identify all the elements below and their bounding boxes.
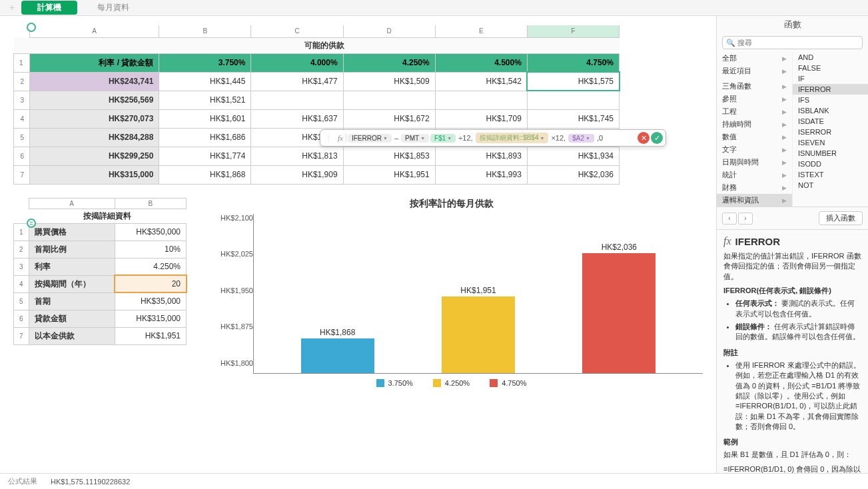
category-item[interactable]: 邏輯和資訊▶ <box>717 194 792 207</box>
function-search-input[interactable] <box>722 36 863 49</box>
category-item[interactable]: 日期與時間▶ <box>717 156 792 169</box>
col-header[interactable]: A <box>29 198 115 209</box>
help-back-button[interactable]: ‹ <box>722 213 737 225</box>
insert-function-button[interactable]: 插入函數 <box>819 211 863 225</box>
formula-token-fn[interactable]: IFERROR▼ <box>348 134 392 143</box>
category-item[interactable]: 統計▶ <box>717 169 792 181</box>
formula-cancel-button[interactable]: ✕ <box>638 132 650 144</box>
row-header[interactable]: 7 <box>14 165 30 184</box>
row-header[interactable]: 1 <box>14 223 29 241</box>
formula-token-ref[interactable]: 按揭詳細資料::$B$4▼ <box>476 133 549 143</box>
header-cell[interactable]: 4.750% <box>527 53 619 72</box>
col-header[interactable]: C <box>251 25 343 37</box>
cell[interactable]: 按揭期間（年） <box>29 275 115 292</box>
cell[interactable]: HK$1,993 <box>435 165 527 184</box>
row-header[interactable]: 1 <box>14 53 30 72</box>
col-header[interactable]: F <box>527 25 619 37</box>
header-cell[interactable]: 4.000% <box>251 53 343 72</box>
row-header[interactable]: 4 <box>14 109 30 128</box>
cell[interactable]: HK$243,741 <box>30 72 159 91</box>
col-header[interactable]: A <box>30 25 159 37</box>
function-list[interactable]: ANDFALSEIFIFERRORIFSISBLANKISDATEISERROR… <box>793 52 868 207</box>
row-header[interactable]: 6 <box>14 310 29 327</box>
cell[interactable]: HK$1,601 <box>159 109 251 128</box>
function-item[interactable]: ISTEXT <box>793 169 868 180</box>
cell[interactable]: HK$35,000 <box>115 292 186 310</box>
cell[interactable]: HK$1,893 <box>435 147 527 165</box>
add-row-handle[interactable]: = <box>27 219 36 228</box>
cell[interactable]: HK$1,745 <box>527 109 619 128</box>
cell[interactable]: 貸款金額 <box>29 310 115 327</box>
row-header[interactable]: 5 <box>14 292 29 310</box>
category-item[interactable]: 最近項目▶ <box>717 65 792 77</box>
col-header[interactable]: E <box>435 25 527 37</box>
cell[interactable]: 首期 <box>29 292 115 310</box>
function-item[interactable]: IFS <box>793 95 868 105</box>
cell[interactable]: HK$1,477 <box>251 72 343 91</box>
category-item[interactable]: 三角函數▶ <box>717 80 792 93</box>
cell[interactable]: HK$270,073 <box>30 109 159 128</box>
row-header[interactable]: 3 <box>14 258 29 275</box>
cell[interactable]: HK$299,250 <box>30 147 159 165</box>
cell[interactable]: HK$1,951 <box>115 327 186 344</box>
row-header[interactable]: 6 <box>14 147 30 165</box>
cell[interactable]: 10% <box>115 241 186 258</box>
col-header[interactable]: D <box>343 25 435 37</box>
cell[interactable]: HK$1,509 <box>343 72 435 91</box>
row-header[interactable]: 2 <box>14 72 30 91</box>
cell[interactable]: HK$315,000 <box>30 165 159 184</box>
col-header[interactable]: B <box>159 25 251 37</box>
cell[interactable]: HK$256,569 <box>30 91 159 109</box>
cell[interactable]: HK$1,868 <box>159 165 251 184</box>
add-sheet-button[interactable]: + <box>7 3 17 13</box>
cell[interactable] <box>251 91 343 109</box>
cell[interactable] <box>343 91 435 109</box>
header-cell[interactable]: 利率 / 貸款金額 <box>30 53 159 72</box>
cell[interactable]: HK$2,036 <box>527 165 619 184</box>
category-item[interactable]: 參照▶ <box>717 93 792 105</box>
category-item[interactable]: 持續時間▶ <box>717 118 792 131</box>
col-header[interactable]: B <box>115 198 186 209</box>
cell[interactable]: HK$284,288 <box>30 128 159 147</box>
tab-monthly-data[interactable]: 每月資料 <box>81 1 145 15</box>
cell[interactable]: HK$1,637 <box>251 109 343 128</box>
cell[interactable]: HK$1,445 <box>159 72 251 91</box>
active-cell[interactable]: HK$1,575 <box>527 72 619 91</box>
cell[interactable]: HK$1,934 <box>527 147 619 165</box>
row-header[interactable]: 3 <box>14 91 30 109</box>
row-header[interactable]: 2 <box>14 241 29 258</box>
cell[interactable]: 首期比例 <box>29 241 115 258</box>
cell[interactable] <box>527 91 619 109</box>
category-item[interactable]: 全部▶ <box>717 52 792 65</box>
referenced-cell[interactable]: 20 <box>115 275 186 292</box>
function-item[interactable]: ISDATE <box>793 116 868 127</box>
header-cell[interactable]: 4.250% <box>343 53 435 72</box>
cell[interactable]: HK$350,000 <box>115 223 186 241</box>
cell[interactable]: HK$1,853 <box>343 147 435 165</box>
cell[interactable]: 購買價格 <box>29 223 115 241</box>
function-item[interactable]: AND <box>793 52 868 63</box>
function-item[interactable]: IFERROR <box>793 84 868 95</box>
cell[interactable]: HK$1,774 <box>159 147 251 165</box>
function-item[interactable]: ISERROR <box>793 127 868 137</box>
help-forward-button[interactable]: › <box>738 213 753 225</box>
category-item[interactable]: 工程▶ <box>717 105 792 118</box>
cell[interactable]: HK$1,542 <box>435 72 527 91</box>
row-header[interactable]: 4 <box>14 275 29 292</box>
category-item[interactable]: 數值▶ <box>717 131 792 143</box>
cell[interactable]: 4.250% <box>115 258 186 275</box>
function-item[interactable]: NOT <box>793 180 868 191</box>
cell[interactable]: HK$1,686 <box>159 128 251 147</box>
cell[interactable]: HK$1,813 <box>251 147 343 165</box>
formula-token-fn[interactable]: PMT▼ <box>401 134 429 143</box>
tab-calculator[interactable]: 計算機 <box>21 1 77 15</box>
cell[interactable]: 利率 <box>29 258 115 275</box>
table-corner-handle[interactable] <box>27 23 36 32</box>
cell[interactable]: HK$1,709 <box>435 109 527 128</box>
category-item[interactable]: 財務▶ <box>717 181 792 194</box>
function-item[interactable]: IF <box>793 73 868 84</box>
formula-token-ref[interactable]: $A2▼ <box>568 134 594 143</box>
formula-editor[interactable]: ⋮ fx IFERROR▼ – PMT▼ F$1▼ ÷12, 按揭詳細資料::$… <box>320 129 666 147</box>
function-item[interactable]: ISEVEN <box>793 137 868 148</box>
cell[interactable]: 以本金供款 <box>29 327 115 344</box>
